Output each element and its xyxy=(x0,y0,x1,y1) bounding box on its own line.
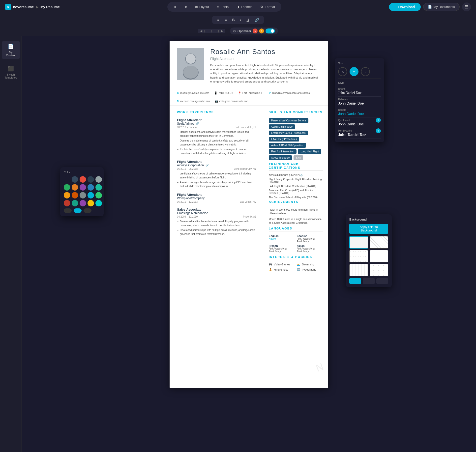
color-swatch[interactable] xyxy=(80,192,86,198)
color-swatch[interactable] xyxy=(80,200,86,206)
ruler-left-arrow[interactable]: ◀ xyxy=(200,29,202,33)
color-toggle-2[interactable] xyxy=(74,208,82,213)
hamburger-button[interactable]: ☰ xyxy=(462,2,471,11)
bg-mini-btn-1[interactable] xyxy=(349,278,361,284)
fonts-button[interactable]: A Fonts xyxy=(213,3,232,10)
ruler-bar: ◀ |··|··|··|··| ▶ ⚙ Optimizer 5 1 xyxy=(0,26,476,36)
bullet-item: –Explain the use of safety equipment to … xyxy=(177,147,256,155)
color-swatch[interactable] xyxy=(72,192,78,198)
color-swatch[interactable] xyxy=(80,184,86,191)
color-swatch[interactable] xyxy=(64,200,70,206)
languages-grid: English Native Spanish Full Professional… xyxy=(269,234,323,253)
size-options: S M L xyxy=(338,67,381,76)
font-merriweather[interactable]: Merriweather John Daniel Doe + xyxy=(338,128,381,139)
color-swatch[interactable] xyxy=(88,192,94,198)
skill-tag: Cabin Maintenance xyxy=(269,124,295,129)
redo-button[interactable]: ↻ xyxy=(181,3,191,10)
download-button[interactable]: ↓ Download xyxy=(389,3,421,11)
interest-label: Video Games xyxy=(274,263,290,266)
panel-divider xyxy=(338,79,381,79)
brand-name: novoresume xyxy=(13,5,34,9)
interest-item: 🎮 Video Games xyxy=(269,263,295,266)
align-left-button[interactable]: ≡ xyxy=(215,17,222,23)
contact-instagram: 📷 instagram.com/rosalic.ann xyxy=(215,100,248,103)
font-raleway[interactable]: Raleway John Daniel Doe xyxy=(338,97,381,107)
bg-options-grid xyxy=(349,236,388,276)
align-center-button[interactable]: ≡ xyxy=(222,17,229,23)
bg-mini-btn-2[interactable] xyxy=(363,278,375,284)
bg-option-pattern3[interactable] xyxy=(370,250,388,262)
skill-tag: Stress Tolerance xyxy=(269,155,292,160)
ruler-right-arrow[interactable]: ▶ xyxy=(221,29,223,33)
bg-panel-title: Background xyxy=(349,218,388,221)
bg-option-pattern5[interactable] xyxy=(370,264,388,276)
interest-item: 🧘 Mindfulness xyxy=(269,268,295,271)
contact-linkedin: in linkedin.com/in/rosalie-ann-santos xyxy=(269,91,310,95)
resume-left-column: WORK EXPERIENCE Flight Attendant Spirit … xyxy=(170,106,264,276)
optimizer-toggle[interactable] xyxy=(266,28,275,33)
color-swatch[interactable] xyxy=(80,176,86,183)
font-quicksand[interactable]: Quicksand John Daniel Doe + xyxy=(338,117,381,128)
color-swatch[interactable] xyxy=(95,184,102,191)
optimizer-badge: ⚙ Optimizer 5 1 xyxy=(230,28,278,34)
color-swatch[interactable] xyxy=(88,176,94,183)
color-swatch[interactable] xyxy=(72,176,78,183)
color-swatch[interactable] xyxy=(64,176,70,183)
training-item: Flight Safety Corporate Flight Attendant… xyxy=(269,178,323,183)
underline-button[interactable]: U xyxy=(244,17,252,23)
font-plus-icon[interactable]: + xyxy=(376,118,381,123)
color-toggle-3[interactable] xyxy=(84,208,91,213)
bg-option-plain[interactable] xyxy=(349,236,368,249)
my-docs-button[interactable]: 📄 My Documents xyxy=(423,3,460,11)
color-panel-title: Color xyxy=(64,171,100,174)
layout-button[interactable]: ⊞ Layout xyxy=(192,3,212,10)
bg-mini-btn-3[interactable] xyxy=(376,278,388,284)
toolbar-inner: ≡ ≡ B I U 🔗 xyxy=(212,16,264,24)
bg-apply-button[interactable]: Apply color to Background xyxy=(349,224,388,234)
font-ubuntu[interactable]: Ubuntu John Daniel Doe xyxy=(338,86,381,97)
font-preview: John Daniel Doe xyxy=(338,91,381,95)
color-swatch[interactable] xyxy=(64,184,70,191)
color-toggle-1[interactable] xyxy=(64,208,72,213)
color-swatch[interactable] xyxy=(88,200,94,206)
resume-name: Rosalie Ann Santos xyxy=(210,48,321,56)
bg-option-pattern2[interactable] xyxy=(349,250,368,262)
font-preview: John Daniel Doe xyxy=(338,101,381,105)
italic-button[interactable]: I xyxy=(238,17,244,23)
font-roboto[interactable]: Roboto John Daniel Doe xyxy=(338,107,381,117)
undo-button[interactable]: ↺ xyxy=(170,3,180,10)
size-l-button[interactable]: L xyxy=(361,67,370,76)
font-plus-icon[interactable]: + xyxy=(376,128,381,133)
size-m-button[interactable]: M xyxy=(350,67,358,76)
size-s-button[interactable]: S xyxy=(338,67,347,76)
style-subtitle: Style xyxy=(338,81,381,84)
color-swatch[interactable] xyxy=(72,200,78,206)
color-swatch[interactable] xyxy=(95,200,102,206)
bullet-item: –Developed and implemented a successful … xyxy=(177,220,256,227)
color-swatch[interactable] xyxy=(72,184,78,191)
themes-button[interactable]: ◑ Themes xyxy=(233,3,256,10)
interests-title: INTERESTS & HOBBIES xyxy=(269,255,323,260)
sidebar-item-switch-templates[interactable]: ⬛ Switch Templates xyxy=(2,63,20,82)
size-fonts-panel: Size S M L Style Ubuntu John Daniel Doe … xyxy=(335,58,384,142)
resume-job-title: Flight Attendant xyxy=(210,57,321,61)
job-company-2: Airways Corporation 🔗 xyxy=(177,164,256,167)
resume-photo xyxy=(177,48,204,80)
color-swatch[interactable] xyxy=(95,176,102,183)
job-company-3: Workplace/Company xyxy=(177,197,256,200)
color-swatch[interactable] xyxy=(64,192,70,198)
interest-icon: 🎮 xyxy=(269,263,272,266)
link-button[interactable]: 🔗 xyxy=(252,17,261,23)
bullet-item: –Identify, document, and analyze cabin m… xyxy=(177,130,256,138)
color-swatch[interactable] xyxy=(88,184,94,191)
ruler-ticks: |··|··|··|··| xyxy=(204,30,219,32)
bg-option-pattern1[interactable] xyxy=(370,236,388,249)
sidebar-item-my-content[interactable]: 📄 My Content xyxy=(2,41,20,59)
bold-button[interactable]: B xyxy=(230,17,237,23)
top-nav: N novoresume ▶ My Resume ↺ ↻ ⊞ Layout A … xyxy=(0,0,476,14)
color-swatch[interactable] xyxy=(95,192,102,198)
format-button[interactable]: ⚙ Format xyxy=(257,3,278,10)
watermark: N xyxy=(314,361,325,374)
bg-option-pattern4[interactable] xyxy=(349,264,368,276)
breadcrumb-sep: ▶ xyxy=(36,5,38,9)
